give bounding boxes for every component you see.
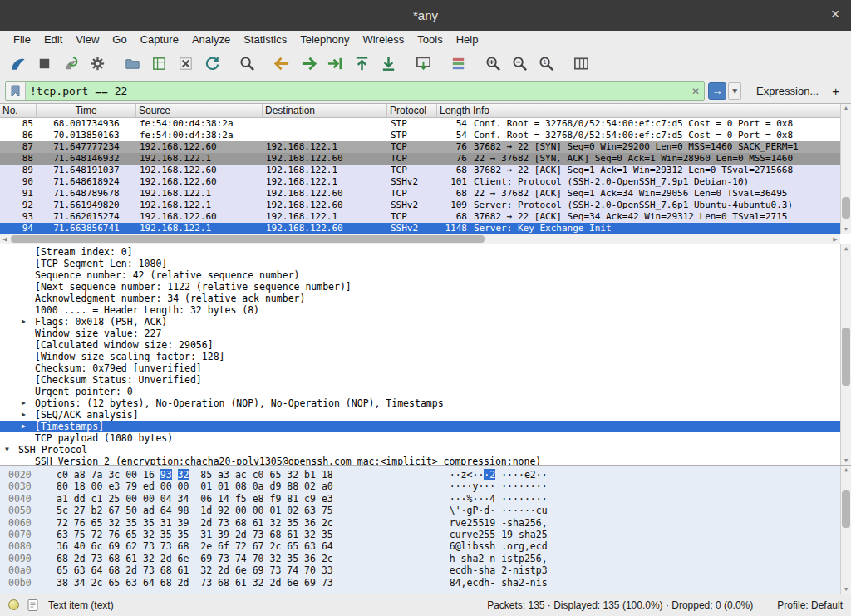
add-filter-button[interactable]: +	[832, 84, 839, 98]
menu-view[interactable]: View	[69, 32, 106, 47]
expert-info-icon[interactable]	[8, 599, 19, 610]
detail-line[interactable]: Sequence number: 42 (relative sequence n…	[0, 269, 851, 281]
hex-row[interactable]: 00b038 34 2c 65 63 64 68 2d 73 68 61 32 …	[8, 577, 851, 589]
find-packet-button[interactable]	[236, 52, 258, 75]
zoom-in-button[interactable]	[482, 52, 504, 75]
hex-row[interactable]: 008036 40 6c 69 62 73 73 68 2e 6f 72 67 …	[8, 540, 851, 552]
reload-button[interactable]	[201, 52, 224, 75]
column-header-info[interactable]: Info	[470, 104, 851, 117]
packet-row[interactable]: 8971.648191037192.168.122.60192.168.122.…	[0, 165, 851, 176]
detail-line[interactable]: ▶Flags: 0x018 (PSH, ACK)	[0, 316, 851, 328]
packet-row[interactable]: 8771.647777234192.168.122.60192.168.122.…	[0, 141, 851, 153]
hex-row[interactable]: 0040a1 dd c1 25 00 00 04 34 06 14 f5 e8 …	[8, 493, 851, 505]
zoom-out-button[interactable]	[509, 52, 531, 75]
detail-line[interactable]: ▶[SEQ/ACK analysis]	[0, 409, 851, 421]
close-file-button[interactable]	[175, 52, 197, 75]
hex-row[interactable]: 009068 2d 73 68 61 32 2d 6e 69 73 74 70 …	[8, 553, 851, 564]
detail-line[interactable]: ▶[Timestamps]	[0, 421, 851, 432]
hex-row[interactable]: 0020c0 a8 7a 3c 00 16 93 32 85 a3 ac c0 …	[8, 469, 851, 480]
packet-list-vscrollbar[interactable]: ▲ ▼	[840, 104, 851, 234]
scroll-up-icon[interactable]: ▲	[841, 104, 851, 112]
filter-bookmark-icon[interactable]	[6, 82, 26, 100]
hex-row[interactable]: 00a065 63 64 68 2d 73 68 61 32 2d 6e 69 …	[8, 564, 851, 576]
profile-status[interactable]: Profile: Default	[765, 599, 843, 611]
detail-line[interactable]: ▼SSH Protocol	[0, 444, 851, 456]
packet-row[interactable]: 9271.661949820192.168.122.1192.168.122.6…	[0, 200, 851, 211]
expand-icon[interactable]: ▶	[22, 397, 35, 409]
hex-row[interactable]: 006072 76 65 32 35 35 31 39 2d 73 68 61 …	[8, 517, 851, 529]
titlebar[interactable]: *any ✕	[0, 0, 851, 31]
detail-line[interactable]: SSH Version 2 (encryption:chacha20-poly1…	[0, 456, 851, 465]
menu-help[interactable]: Help	[450, 32, 485, 47]
menu-file[interactable]: File	[7, 32, 37, 47]
resize-columns-button[interactable]	[570, 52, 593, 75]
detail-line[interactable]: 1000 .... = Header Length: 32 bytes (8)	[0, 304, 851, 316]
start-capture-button[interactable]	[7, 52, 29, 75]
detail-line[interactable]: Urgent pointer: 0	[0, 386, 851, 397]
detail-line[interactable]: [Next sequence number: 1122 (relative se…	[0, 281, 851, 293]
scrollbar-thumb[interactable]	[842, 197, 850, 219]
go-to-packet-button[interactable]	[324, 52, 347, 75]
go-back-button[interactable]	[271, 52, 293, 75]
hex-row[interactable]: 00505c 27 b2 67 50 ad 64 98 1d 92 00 00 …	[8, 505, 851, 516]
scroll-up-icon[interactable]: ▲	[841, 466, 851, 474]
menu-edit[interactable]: Edit	[37, 32, 69, 47]
column-header-destination[interactable]: Destination	[263, 104, 387, 117]
restart-capture-button[interactable]	[60, 52, 82, 75]
go-forward-button[interactable]	[298, 52, 320, 75]
bytes-vscrollbar[interactable]: ▲ ▼	[840, 466, 851, 594]
detail-line[interactable]: Checksum: 0x79ed [unverified]	[0, 362, 851, 374]
scroll-down-icon[interactable]: ▼	[841, 585, 851, 594]
save-file-button[interactable]	[148, 52, 170, 75]
menu-tools[interactable]: Tools	[411, 32, 449, 47]
packet-row[interactable]: 9071.648618924192.168.122.60192.168.122.…	[0, 176, 851, 188]
packet-row[interactable]: 8670.013850163fe:54:00:d4:38:2aSTP54Conf…	[0, 130, 851, 141]
filter-dropdown-icon[interactable]: ▼	[728, 82, 741, 100]
capture-options-button[interactable]	[86, 52, 109, 75]
packet-list-hscrollbar[interactable]: ◀ ▶	[0, 234, 840, 244]
column-header-no[interactable]: No.	[0, 104, 37, 117]
scrollbar-thumb[interactable]	[11, 235, 485, 243]
auto-scroll-button[interactable]	[412, 52, 435, 75]
column-header-time[interactable]: Time	[37, 104, 136, 117]
stop-capture-button[interactable]	[33, 52, 56, 75]
expand-icon[interactable]: ▶	[22, 316, 35, 328]
detail-line[interactable]: ▶Options: (12 bytes), No-Operation (NOP)…	[0, 397, 851, 409]
column-header-source[interactable]: Source	[136, 104, 263, 117]
packet-row[interactable]: 8568.001734936fe:54:00:d4:38:2aSTP54Conf…	[0, 118, 851, 130]
detail-line[interactable]: [TCP Segment Len: 1080]	[0, 258, 851, 269]
scroll-down-icon[interactable]: ▼	[841, 456, 851, 465]
close-icon[interactable]: ✕	[830, 8, 840, 20]
go-first-button[interactable]	[351, 52, 373, 75]
scrollbar-thumb[interactable]	[842, 490, 850, 528]
filter-clear-icon[interactable]: ✕	[687, 86, 704, 97]
open-file-button[interactable]	[121, 52, 144, 75]
scroll-down-icon[interactable]: ▼	[841, 225, 851, 234]
menu-capture[interactable]: Capture	[134, 32, 185, 47]
details-vscrollbar[interactable]: ▲ ▼	[840, 244, 851, 465]
filter-apply-icon[interactable]: →	[708, 82, 726, 100]
menu-telephony[interactable]: Telephony	[293, 32, 356, 47]
packet-row[interactable]: 9371.662015274192.168.122.60192.168.122.…	[0, 211, 851, 223]
display-filter-input[interactable]: !tcp.port == 22 ✕	[5, 81, 705, 101]
go-last-button[interactable]	[377, 52, 400, 75]
expand-icon[interactable]: ▶	[22, 421, 35, 432]
hex-row[interactable]: 003080 18 00 e3 79 ed 00 00 01 01 08 0a …	[8, 480, 851, 492]
column-header-protocol[interactable]: Protocol	[387, 104, 437, 117]
scroll-right-icon[interactable]: ▶	[830, 234, 840, 244]
capture-comment-icon[interactable]	[27, 599, 40, 612]
menu-wireless[interactable]: Wireless	[356, 32, 411, 47]
detail-line[interactable]: Acknowledgment number: 34 (relative ack …	[0, 293, 851, 304]
scrollbar-thumb[interactable]	[842, 328, 850, 386]
detail-line[interactable]: [Stream index: 0]	[0, 246, 851, 258]
detail-line[interactable]: [Window size scaling factor: 128]	[0, 351, 851, 362]
colorize-button[interactable]	[447, 52, 470, 75]
packet-row[interactable]: 9171.648789678192.168.122.1192.168.122.6…	[0, 188, 851, 200]
menu-statistics[interactable]: Statistics	[237, 32, 293, 47]
hex-row[interactable]: 007063 75 72 76 65 32 35 35 31 39 2d 73 …	[8, 529, 851, 540]
menu-go[interactable]: Go	[106, 32, 133, 47]
scroll-up-icon[interactable]: ▲	[841, 244, 851, 253]
packet-row[interactable]: 9471.663856741192.168.122.1192.168.122.6…	[0, 223, 851, 234]
detail-line[interactable]: [Checksum Status: Unverified]	[0, 374, 851, 386]
expression-button[interactable]: Expression...	[756, 85, 819, 97]
